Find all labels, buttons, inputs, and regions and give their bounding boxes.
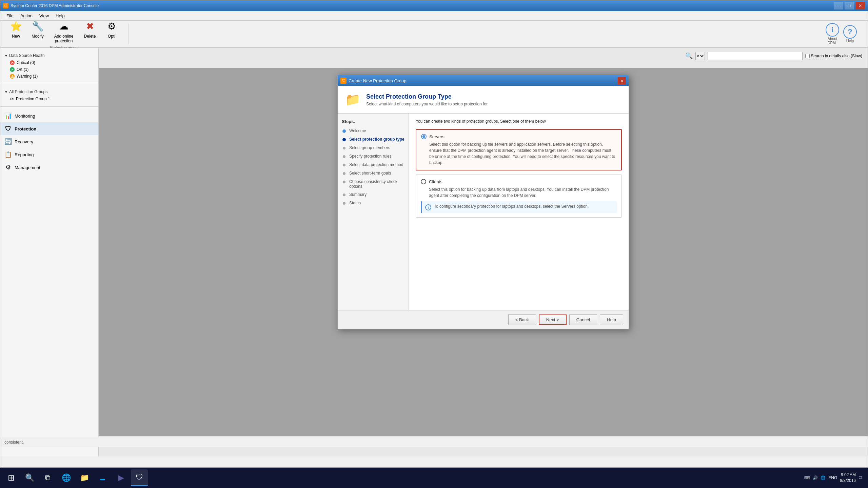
dialog-title-icon: 🛡 (340, 78, 347, 84)
protection-groups-label: All Protection Groups (9, 89, 47, 94)
step-protection-rules[interactable]: Specify protection rules (338, 152, 409, 161)
step-data-protection-label: Select data protection method (349, 162, 403, 167)
clients-option-card[interactable]: Clients Select this option for backing u… (416, 175, 622, 218)
data-source-header[interactable]: ▼ Data Source Health (0, 52, 98, 59)
step-status[interactable]: Status (338, 199, 409, 207)
next-button[interactable]: Next > (539, 314, 567, 325)
about-icon: i (826, 23, 839, 37)
dialog-header-icon: 📁 (344, 92, 361, 108)
sidebar-nav-recovery[interactable]: 🔄 Recovery (0, 135, 98, 148)
taskbar-search[interactable]: 🔍 (21, 469, 38, 486)
start-button[interactable]: ⊞ (3, 469, 20, 486)
step-welcome-label: Welcome (349, 128, 366, 133)
delete-button[interactable]: ✖ Delete (80, 18, 100, 45)
step-consistency-bullet (342, 180, 347, 184)
collapse-icon-2: ▼ (4, 90, 8, 94)
protection-icon: 🛡 (4, 125, 12, 133)
sidebar-critical[interactable]: ✕ Critical (0) (0, 59, 98, 66)
step-short-term[interactable]: Select short-term goals (338, 169, 409, 178)
step-welcome[interactable]: Welcome (338, 127, 409, 135)
taskbar-edge[interactable]: 🌐 (58, 469, 75, 486)
maximize-button[interactable]: □ (845, 2, 854, 9)
desktop: 🛡 System Center 2016 DPM Administrator C… (0, 0, 868, 488)
sidebar-nav-monitoring[interactable]: 📊 Monitoring (0, 109, 98, 122)
search-slow-checkbox[interactable] (805, 54, 810, 58)
info-box: i To configure secondary protection for … (421, 201, 617, 213)
step-short-term-label: Select short-term goals (349, 171, 391, 176)
step-consistency[interactable]: Choose consistency check options (338, 178, 409, 190)
back-button[interactable]: < Back (508, 314, 536, 325)
sidebar-divider-2 (0, 106, 98, 107)
servers-option-description: Select this option for backing up file s… (421, 141, 616, 166)
modify-button[interactable]: 🔧 Modify (27, 18, 48, 45)
step-summary-bullet (342, 192, 347, 197)
protection-group-1[interactable]: 🗂 Protection Group 1 (0, 96, 98, 102)
help-button[interactable]: Help (600, 314, 623, 325)
search-input[interactable] (708, 52, 803, 60)
dialog-header-title: Select Protection Group Type (366, 93, 489, 100)
taskbar-task-view[interactable]: ⧉ (39, 469, 56, 486)
taskbar-powershell[interactable]: ▶ (113, 469, 130, 486)
taskbar-dpm[interactable]: 🛡 (131, 469, 148, 486)
minimize-button[interactable]: ─ (834, 2, 843, 9)
title-bar: 🛡 System Center 2016 DPM Administrator C… (0, 0, 868, 11)
step-shortterm-bullet (342, 171, 347, 176)
step-select-type[interactable]: Select protection group type (338, 135, 409, 144)
delete-label: Delete (84, 34, 96, 39)
clients-option-title: Clients (429, 179, 442, 184)
tray-notification-icon[interactable]: 🗨 (859, 475, 863, 480)
search-type-select[interactable]: v (695, 52, 705, 60)
search-icon[interactable]: 🔍 (685, 52, 693, 60)
sidebar-nav-management[interactable]: ⚙ Management (0, 161, 98, 174)
search-slow-label: Search in details also (Slow) (805, 54, 862, 58)
step-select-type-label: Select protection group type (349, 137, 405, 142)
about-button[interactable]: i AboutDPM (826, 23, 839, 45)
add-online-icon: ☁ (57, 20, 71, 33)
tray-network-icon[interactable]: 🌐 (821, 475, 826, 480)
app-window: 🛡 System Center 2016 DPM Administrator C… (0, 0, 868, 468)
step-summary[interactable]: Summary (338, 190, 409, 199)
toolbar: ⭐ New 🔧 Modify ☁ Add online protection ✖… (0, 21, 868, 48)
protection-groups-section: ▼ All Protection Groups 🗂 Protection Gro… (0, 87, 98, 104)
management-label: Management (15, 165, 40, 170)
cancel-button[interactable]: Cancel (569, 314, 597, 325)
servers-option-header: Servers (421, 134, 616, 139)
dialog-header-subtitle: Select what kind of computers you would … (366, 102, 489, 106)
taskbar-explorer[interactable]: 📁 (76, 469, 93, 486)
main-content: ▼ Data Source Health ✕ Critical (0) ✓ OK… (0, 48, 868, 456)
new-button[interactable]: ⭐ New (6, 18, 26, 45)
dialog-header-text: Select Protection Group Type Select what… (366, 93, 489, 106)
servers-radio[interactable] (421, 134, 427, 139)
close-button[interactable]: ✕ (855, 2, 865, 9)
dialog-close-button[interactable]: ✕ (618, 77, 626, 84)
create-protection-group-dialog: 🛡 Create New Protection Group ✕ 📁 Select… (337, 75, 629, 329)
management-icon: ⚙ (4, 164, 12, 171)
sidebar-ok[interactable]: ✓ OK (1) (0, 66, 98, 73)
dialog-main: You can create two kinds of protection g… (409, 114, 629, 310)
step-data-bullet (342, 163, 347, 167)
sidebar-nav-reporting[interactable]: 📋 Reporting (0, 148, 98, 161)
clients-radio[interactable] (421, 179, 426, 184)
status-text: consistent. (4, 440, 24, 445)
options-button[interactable]: ⚙ Opti (101, 18, 122, 45)
content-area: 🔍 v Search in details also (Slow) (99, 48, 868, 456)
servers-option-card[interactable]: Servers Select this option for backing u… (416, 129, 622, 170)
toolbar-separator (129, 24, 129, 44)
step-select-members[interactable]: Select group members (338, 144, 409, 152)
app-icon: 🛡 (3, 3, 8, 8)
tray-volume-icon[interactable]: 🔊 (813, 475, 818, 480)
critical-dot: ✕ (10, 60, 15, 65)
tray-lang[interactable]: ENG (828, 475, 837, 480)
dialog-footer: < Back Next > Cancel Help (338, 310, 629, 329)
sidebar-warning[interactable]: ⚠ Warning (1) (0, 73, 98, 80)
sidebar-nav-protection[interactable]: 🛡 Protection (0, 122, 98, 135)
monitoring-label: Monitoring (15, 114, 35, 119)
taskbar-store[interactable]: 🗕 (94, 469, 111, 486)
step-protection-rules-label: Specify protection rules (349, 154, 392, 159)
help-toolbar-button[interactable]: ? Help (843, 25, 857, 43)
dialog-body: Steps: Welcome Select protection group t… (338, 114, 629, 310)
step-data-protection[interactable]: Select data protection method (338, 161, 409, 169)
protection-groups-header[interactable]: ▼ All Protection Groups (0, 88, 98, 96)
add-online-protection-button[interactable]: ☁ Add online protection (49, 18, 78, 45)
reporting-icon: 📋 (4, 151, 12, 158)
